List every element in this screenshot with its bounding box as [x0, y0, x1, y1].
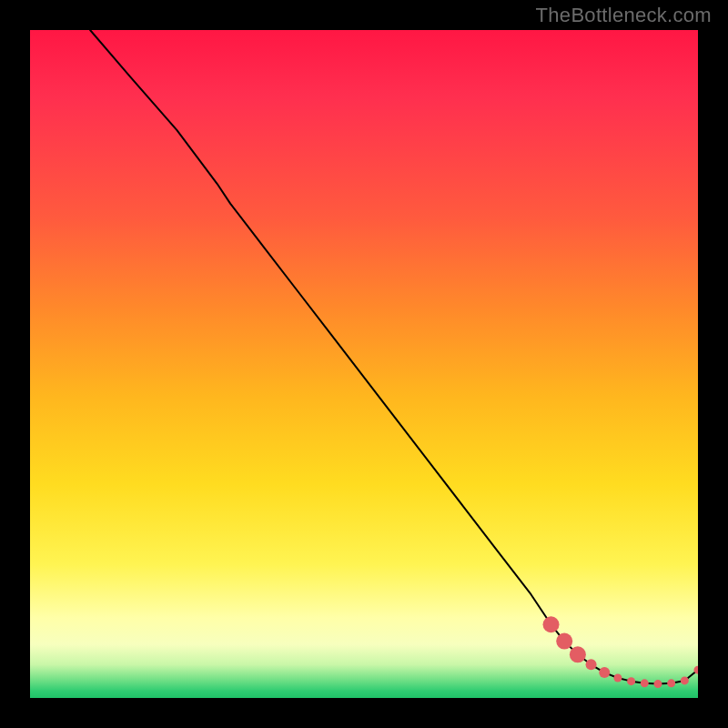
chart-frame: TheBottleneck.com — [0, 0, 728, 728]
marker-dot — [556, 633, 572, 650]
marker-dot — [641, 679, 649, 687]
marker-dot — [586, 659, 597, 670]
watermark-text: TheBottleneck.com — [536, 4, 712, 27]
marker-dot — [627, 677, 635, 685]
marker-dot — [653, 680, 662, 688]
plot-area — [30, 30, 698, 698]
marker-dot — [570, 646, 586, 662]
curve-line — [90, 30, 698, 684]
marker-dot — [543, 616, 560, 632]
marker-dot — [599, 667, 610, 678]
marker-dot — [667, 679, 675, 687]
marker-dot — [681, 676, 689, 684]
chart-svg — [30, 30, 698, 698]
marker-dot — [613, 673, 622, 682]
